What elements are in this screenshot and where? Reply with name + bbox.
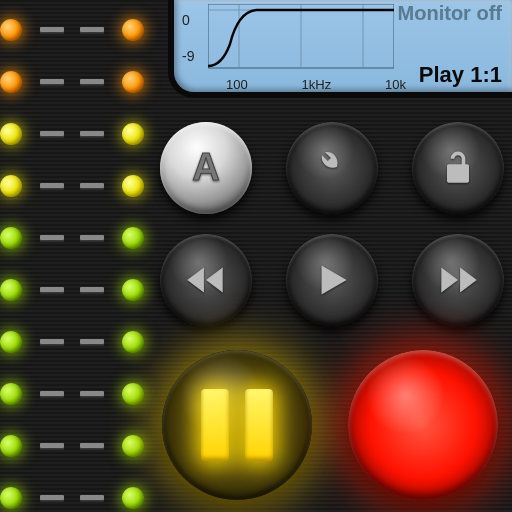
scale-mark [80, 235, 104, 241]
wrench-icon [286, 122, 378, 214]
play-status: Play 1:1 [419, 62, 502, 88]
eq-graph [208, 4, 394, 84]
led-l-9 [0, 487, 22, 509]
led-r-5 [122, 279, 144, 301]
pause-button[interactable] [162, 350, 312, 500]
scale-mark [80, 391, 104, 397]
scale-mark [40, 495, 64, 501]
level-meter [0, 0, 156, 512]
scale-mark [40, 27, 64, 33]
led-r-4 [122, 227, 144, 249]
led-l-7 [0, 383, 22, 405]
scale-mark [80, 495, 104, 501]
scale-mark [40, 235, 64, 241]
led-l-4 [0, 227, 22, 249]
led-r-7 [122, 383, 144, 405]
settings-button[interactable] [286, 122, 378, 214]
scale-mark [80, 79, 104, 85]
led-l-1 [0, 71, 22, 93]
led-l-8 [0, 435, 22, 457]
scale-mark [40, 339, 64, 345]
scale-mark [80, 339, 104, 345]
unlock-button[interactable] [412, 122, 504, 214]
scale-mark [40, 443, 64, 449]
letter-a-icon: A [160, 122, 252, 214]
svg-text:A: A [192, 146, 219, 188]
y-axis-ticks: 0 -9 [182, 2, 194, 74]
scale-mark [80, 27, 104, 33]
rewind-icon [160, 234, 252, 326]
scale-mark [80, 131, 104, 137]
rewind-button[interactable] [160, 234, 252, 326]
scale-mark [40, 131, 64, 137]
monitor-status: Monitor off [398, 2, 502, 25]
auto-gain-button[interactable]: A [160, 122, 252, 214]
led-r-3 [122, 175, 144, 197]
record-button[interactable] [348, 350, 498, 500]
led-l-0 [0, 19, 22, 41]
led-r-1 [122, 71, 144, 93]
scale-mark [80, 287, 104, 293]
led-r-6 [122, 331, 144, 353]
scale-mark [40, 391, 64, 397]
scale-mark [80, 183, 104, 189]
scale-mark [40, 183, 64, 189]
led-r-0 [122, 19, 144, 41]
unlock-icon [412, 122, 504, 214]
led-r-2 [122, 123, 144, 145]
led-l-2 [0, 123, 22, 145]
led-l-6 [0, 331, 22, 353]
record-icon [348, 350, 498, 500]
scale-mark [40, 287, 64, 293]
led-r-8 [122, 435, 144, 457]
led-l-3 [0, 175, 22, 197]
scale-mark [80, 443, 104, 449]
led-r-9 [122, 487, 144, 509]
play-icon [286, 234, 378, 326]
scale-mark [40, 79, 64, 85]
fast-forward-icon [412, 234, 504, 326]
pause-icon [201, 389, 273, 461]
x-axis-ticks: 100 1kHz 10k [226, 77, 406, 92]
eq-display[interactable]: Monitor off Play 1:1 0 -9 100 1kHz 10k [168, 0, 512, 98]
led-l-5 [0, 279, 22, 301]
fast-forward-button[interactable] [412, 234, 504, 326]
play-button[interactable] [286, 234, 378, 326]
